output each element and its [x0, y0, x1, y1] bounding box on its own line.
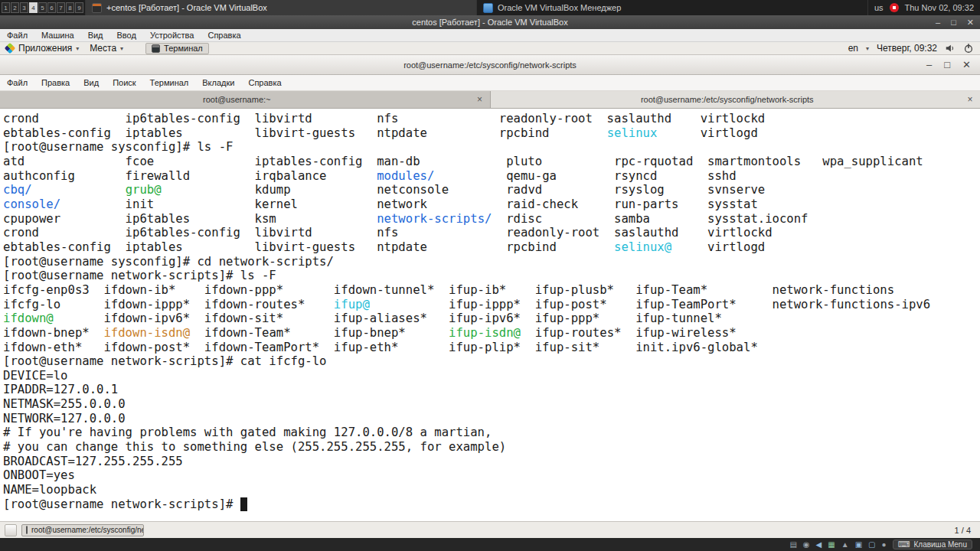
workspace-button[interactable]: 4 [29, 2, 38, 13]
minimize-icon[interactable]: – [926, 59, 932, 70]
guest-keyboard-layout[interactable]: en [848, 43, 858, 54]
workspace-button[interactable]: 2 [11, 2, 19, 13]
workspace-button[interactable]: 6 [47, 2, 56, 13]
terminal-menu-tabs[interactable]: Вкладки [195, 75, 241, 90]
vbox-menu-help[interactable]: Справка [201, 29, 247, 41]
recording-icon[interactable]: ● [882, 541, 887, 549]
shared-folders-icon[interactable]: ▣ [855, 541, 862, 549]
host-key-indicator: ⌨ Клавиша Menu [893, 540, 972, 549]
workspace-button[interactable]: 1 [2, 2, 10, 13]
guest-tray: en ▾ Четверг, 09:32 [848, 43, 980, 54]
hdd-icon[interactable]: ▤ [789, 541, 796, 549]
vbox-menubar: Файл Машина Вид Ввод Устройства Справка [0, 29, 980, 42]
power-icon[interactable] [963, 43, 974, 54]
vbox-statusbar: ▤ ◉ ◀ ▦ ▲ ▣ ▢ ● ⌨ Клавиша Menu [0, 538, 980, 551]
host-taskbar: 1 2 3 4 5 6 7 8 9 +centos [Работает] - O… [0, 0, 980, 15]
taskbar-item-label: +centos [Работает] - Oracle VM VirtualBo… [106, 3, 267, 12]
virtualbox-icon [483, 3, 493, 13]
workspace-button[interactable]: 8 [66, 2, 74, 13]
vbox-menu-devices[interactable]: Устройства [143, 29, 201, 41]
usb-icon[interactable]: ▲ [841, 541, 849, 549]
panel-task-terminal[interactable]: Терминал [145, 43, 209, 54]
audio-icon[interactable]: ◀ [816, 541, 822, 549]
guest-top-panel: Приложения ▾ Места ▾ Терминал en ▾ Четве… [0, 42, 980, 55]
vbox-menu-input[interactable]: Ввод [110, 29, 143, 41]
host-clock[interactable]: Thu Nov 02, 09:32 [905, 3, 975, 12]
window-list-item[interactable]: root@username:/etc/sysconfig/ne... [21, 524, 144, 536]
guest-clock[interactable]: Четверг, 09:32 [877, 43, 937, 54]
terminal-titlebar[interactable]: root@username:/etc/sysconfig/network-scr… [0, 55, 980, 75]
guest-bottom-panel: root@username:/etc/sysconfig/ne... 1 / 4 [0, 521, 980, 538]
panel-task-label: Терминал [164, 44, 203, 53]
taskbar-item-centos-vm[interactable]: +centos [Работает] - Oracle VM VirtualBo… [85, 0, 476, 15]
terminal-window-controls: – □ ✕ [926, 55, 971, 74]
vbox-window-title: centos [Работает] - Oracle VM VirtualBox [412, 18, 567, 27]
workspace-switcher: 1 2 3 4 5 6 7 8 9 [0, 2, 85, 13]
places-menu[interactable]: Места ▾ [84, 42, 129, 54]
workspace-button[interactable]: 9 [75, 2, 83, 13]
vbox-menu-machine[interactable]: Машина [34, 29, 81, 41]
terminal-icon [26, 526, 28, 534]
workspace-button[interactable]: 5 [38, 2, 47, 13]
close-icon[interactable]: ✕ [962, 59, 971, 70]
places-menu-label: Места [90, 43, 116, 54]
host-tray: us Thu Nov 02, 09:32 [867, 0, 980, 15]
centos-logo-icon [5, 43, 15, 54]
terminal-output[interactable]: crond ip6tables-config libvirtd nfs read… [0, 109, 980, 521]
tab-close-icon[interactable]: × [964, 94, 976, 105]
workspace-pager[interactable]: 1 / 4 [955, 526, 975, 535]
speaker-icon[interactable] [945, 43, 956, 54]
display-icon[interactable]: ▢ [868, 541, 875, 549]
terminal-menu-file[interactable]: Файл [0, 75, 34, 90]
applications-menu[interactable]: Приложения ▾ [0, 42, 84, 54]
chevron-down-icon: ▾ [76, 45, 79, 52]
vbox-titlebar: centos [Работает] - Oracle VM VirtualBox… [0, 15, 980, 29]
chevron-down-icon: ▾ [866, 45, 869, 52]
keyboard-icon: ⌨ [898, 540, 910, 549]
close-icon[interactable]: ✕ [967, 18, 974, 28]
tab-network-scripts[interactable]: root@username:/etc/sysconfig/network-scr… [491, 91, 980, 108]
terminal-menubar: Файл Правка Вид Поиск Терминал Вкладки С… [0, 75, 980, 91]
terminal-menu-view[interactable]: Вид [77, 75, 106, 90]
terminal-menu-edit[interactable]: Правка [34, 75, 77, 90]
tab-home[interactable]: root@username:~ × [0, 91, 491, 108]
terminal-menu-help[interactable]: Справка [241, 75, 288, 90]
applications-menu-label: Приложения [18, 43, 72, 54]
workspace-button[interactable]: 3 [20, 2, 28, 13]
maximize-icon[interactable]: □ [951, 18, 956, 27]
terminal-menu-search[interactable]: Поиск [106, 75, 142, 90]
status-red-icon[interactable] [890, 3, 899, 12]
maximize-icon[interactable]: □ [944, 59, 950, 70]
host-key-label: Клавиша Menu [914, 540, 968, 549]
terminal-menu-terminal[interactable]: Терминал [143, 75, 196, 90]
screen: 1 2 3 4 5 6 7 8 9 +centos [Работает] - O… [0, 0, 980, 551]
cd-icon[interactable]: ◉ [803, 541, 810, 549]
chevron-down-icon: ▾ [120, 45, 123, 52]
vbox-menu-file[interactable]: Файл [0, 29, 34, 41]
vm-window-icon [92, 3, 102, 13]
tab-label: root@username:~ [0, 95, 474, 104]
vbox-window-controls: – □ ✕ [936, 15, 974, 29]
network-icon[interactable]: ▦ [828, 541, 835, 549]
tab-close-icon[interactable]: × [474, 94, 486, 105]
keyboard-layout-indicator[interactable]: us [874, 3, 884, 12]
terminal-tabbar: root@username:~ × root@username:/etc/sys… [0, 91, 980, 109]
tab-label: root@username:/etc/sysconfig/network-scr… [491, 95, 965, 104]
taskbar-item-vbox-manager[interactable]: Oracle VM VirtualBox Менеджер [476, 0, 867, 15]
vbox-menu-view[interactable]: Вид [81, 29, 110, 41]
terminal-window-title: root@username:/etc/sysconfig/network-scr… [403, 60, 577, 70]
minimize-icon[interactable]: – [936, 18, 940, 27]
show-desktop-button[interactable] [5, 524, 17, 536]
workspace-button[interactable]: 7 [57, 2, 65, 13]
taskbar-item-label: Oracle VM VirtualBox Менеджер [498, 3, 621, 12]
window-list-label: root@username:/etc/sysconfig/ne... [31, 526, 144, 534]
terminal-icon [152, 44, 160, 53]
